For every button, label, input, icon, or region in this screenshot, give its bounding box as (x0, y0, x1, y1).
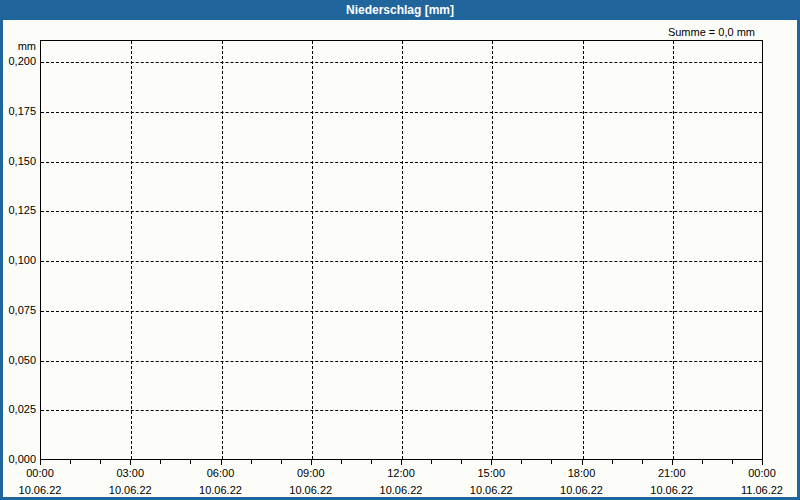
x-axis-time-label: 12:00 (366, 467, 436, 479)
y-axis-tick-label: 0,025 (0, 402, 36, 416)
x-gridline (312, 41, 313, 459)
x-gridline (402, 41, 403, 459)
x-minor-tick (251, 460, 252, 464)
x-minor-tick (70, 460, 71, 464)
x-minor-tick (732, 460, 733, 464)
x-axis-date-label: 10.06.22 (456, 484, 526, 496)
x-major-tick (221, 460, 222, 465)
x-gridline (583, 41, 584, 459)
x-axis-date-label: 10.06.22 (366, 484, 436, 496)
y-axis-tick-label: 0,000 (0, 452, 36, 466)
plot-area (40, 40, 763, 460)
x-axis-date-label: 11.06.22 (727, 484, 797, 496)
x-axis-time-label: 00:00 (727, 467, 797, 479)
x-axis-date-label: 10.06.22 (95, 484, 165, 496)
x-major-tick (401, 460, 402, 465)
chart-window: Niederschlag [mm] Summe = 0,0 mm mm 0,20… (0, 0, 800, 500)
x-axis-date-label: 10.06.22 (276, 484, 346, 496)
x-minor-tick (281, 460, 282, 464)
chart-content: Summe = 0,0 mm mm 0,2000,1750,1500,1250,… (0, 20, 800, 497)
x-minor-tick (702, 460, 703, 464)
x-minor-tick (190, 460, 191, 464)
x-major-tick (40, 460, 41, 465)
x-minor-tick (461, 460, 462, 464)
x-minor-tick (521, 460, 522, 464)
sum-annotation: Summe = 0,0 mm (668, 26, 755, 38)
x-minor-tick (642, 460, 643, 464)
x-minor-tick (551, 460, 552, 464)
x-axis-date-label: 10.06.22 (186, 484, 256, 496)
x-axis-date-label: 10.06.22 (637, 484, 707, 496)
x-axis-time-label: 18:00 (547, 467, 617, 479)
x-major-tick (672, 460, 673, 465)
x-axis-time-label: 00:00 (5, 467, 75, 479)
x-gridline (492, 41, 493, 459)
x-major-tick (762, 460, 763, 465)
y-axis-tick-label: 0,150 (0, 154, 36, 168)
x-axis-date-label: 10.06.22 (5, 484, 75, 496)
x-axis-time-label: 03:00 (95, 467, 165, 479)
y-axis-tick-label: 0,050 (0, 353, 36, 367)
x-major-tick (491, 460, 492, 465)
y-axis-tick-label: 0,100 (0, 253, 36, 267)
x-minor-tick (371, 460, 372, 464)
x-axis-time-label: 06:00 (186, 467, 256, 479)
x-axis-date-label: 10.06.22 (547, 484, 617, 496)
x-minor-tick (612, 460, 613, 464)
x-major-tick (582, 460, 583, 465)
x-axis-time-label: 15:00 (456, 467, 526, 479)
x-minor-tick (431, 460, 432, 464)
x-axis-time-label: 09:00 (276, 467, 346, 479)
y-axis-tick-label: 0,075 (0, 303, 36, 317)
y-axis-tick-label: 0,200 (0, 54, 36, 68)
x-gridline (222, 41, 223, 459)
chart-title: Niederschlag [mm] (346, 3, 454, 17)
y-axis-tick-label: 0,175 (0, 104, 36, 118)
x-axis-time-label: 21:00 (637, 467, 707, 479)
x-gridline (673, 41, 674, 459)
x-major-tick (311, 460, 312, 465)
x-gridline (131, 41, 132, 459)
x-minor-tick (341, 460, 342, 464)
chart-title-bar: Niederschlag [mm] (0, 0, 800, 20)
x-minor-tick (100, 460, 101, 464)
x-minor-tick (160, 460, 161, 464)
y-axis-tick-label: 0,125 (0, 203, 36, 217)
y-axis-unit-label: mm (0, 40, 36, 52)
x-major-tick (130, 460, 131, 465)
